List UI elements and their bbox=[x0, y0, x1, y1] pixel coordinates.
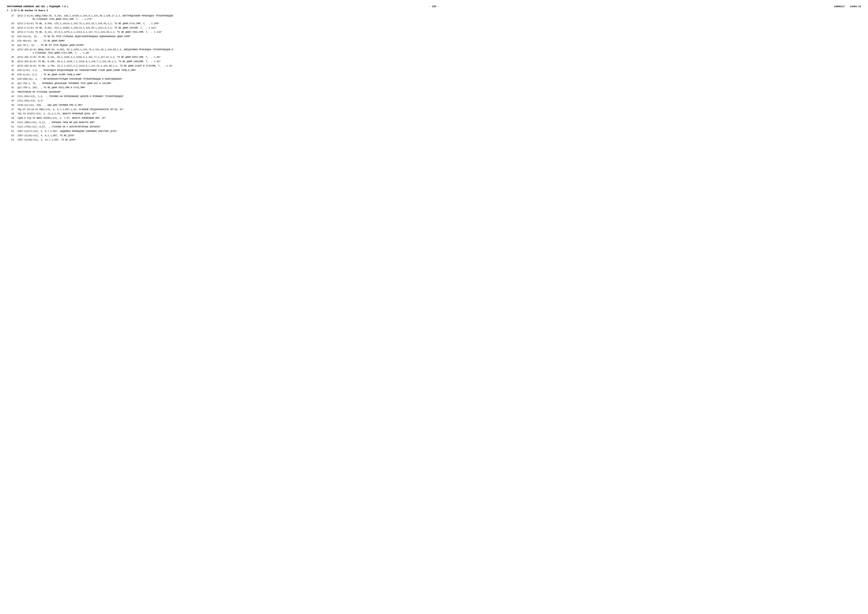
table-row: 49ТДОП.К ССЦ 43 ВЫП2 П2695(=13), 1, 7,97… bbox=[7, 117, 861, 120]
row-number: 50 bbox=[7, 121, 17, 124]
row-number: 53 bbox=[7, 134, 17, 137]
row-number: 41 bbox=[7, 82, 17, 85]
row-number: 36 bbox=[7, 60, 17, 64]
row-number: 44 bbox=[7, 95, 17, 98]
row-number: 40 bbox=[7, 78, 17, 81]
row-text: 2307-11117(=13), 2, 6,7,1,087, ЗАДВИЖКА … bbox=[17, 130, 861, 133]
row-number: 48 bbox=[7, 112, 17, 115]
table-row: 40Е20-696(=6), 1, , МЕТАЛЛОКОНСТРУКЦИИ К… bbox=[7, 78, 861, 81]
row-text: ЦТ12-2-7(=6) ТО ЖЕ, 0,115, 97,8,1,1#79,1… bbox=[17, 31, 861, 34]
row-text: С111-616(=13), 1,2, , ТОПЛИВО НА ОПРОБОВ… bbox=[17, 95, 861, 98]
table-row: 35ЦТ12-163-7(=6) ТО ЖЕ, 0,141, 62,1,1#36… bbox=[7, 56, 861, 59]
row-number: 43 bbox=[7, 90, 17, 94]
table-row: 36ЦТ12-163-8(=6) ТО ЖЕ, 0,308, 48,1,1,1#… bbox=[7, 60, 861, 64]
table-row: 37ЦТ12-163-9(=6) ТО ЖЕ, 1,756, 33,1,1,1#… bbox=[7, 64, 861, 68]
row-text: Е20-696(=6), 1, , МЕТАЛЛОКОНСТРУКЦИИ КРЕ… bbox=[17, 78, 861, 81]
row-number: 51 bbox=[7, 125, 17, 129]
row-text: С111-263(=13), 0,3* bbox=[17, 99, 861, 103]
row-number: 30 bbox=[7, 31, 17, 34]
row-text: ЦТ12-163-7(=6) ТО ЖЕ, 0,141, 62,1,1#36,4… bbox=[17, 56, 861, 59]
row-text: Ц12-70-1, 15, , ТО ЖЕ ИЗ ТРУБ МЕДНЫХ ДИА… bbox=[17, 44, 861, 47]
program-title: ПРОГРАММНЫЙ КОМПЛЕКС АВС-ЗЕС ( РЕДАКЦИЯ … bbox=[7, 5, 68, 8]
table-row: 31Е16-44(=6), 15, , ТО ЖЕ ИЗ ТРУБ СТАЛЬН… bbox=[7, 35, 861, 38]
row-number: 33 bbox=[7, 44, 17, 47]
table-row: 46С130-11(=13), 259, , БАК ДЛЯ ТОПЛИВА Е… bbox=[7, 104, 861, 107]
row-number: 29 bbox=[7, 26, 17, 30]
table-row: 39Е20-4(=6), 8,2, , ТО ЖЕ ДИАМ.315ММ ТОЛ… bbox=[7, 73, 861, 76]
row-number: 39 bbox=[7, 73, 17, 76]
table-row: 47ТПр-НТ 29-10-41 П66(=13), 5, 6,7,1,087… bbox=[7, 108, 861, 111]
page-number: - I39 - bbox=[429, 5, 439, 8]
row-text: Е20-4(=6), 8,2, , ТО ЖЕ ДИАМ.315ММ ТОЛЩ.… bbox=[17, 73, 861, 76]
header-right: 14890117 24383-14 bbox=[576, 5, 861, 8]
row-text: Ц12-758-1, 75, , ПРОМЫВКА ДИЗЕЛЬНЫМ ТОПЛ… bbox=[17, 82, 861, 85]
row-text: Е16-48(=6), 20, , ТО ЖЕ ДИАМ.80ММ* bbox=[17, 39, 861, 43]
doc-number: 24383-14 bbox=[850, 5, 861, 8]
table-row: 45С111-263(=13), 0,3* bbox=[7, 99, 861, 103]
row-number: 47 bbox=[7, 108, 17, 111]
page-header: ПРОГРАММНЫЙ КОМПЛЕКС АВС-ЗЕС ( РЕДАКЦИЯ … bbox=[7, 5, 861, 8]
table-row: 27ЦТ12-2-5(=6) ВВОД.УКАЗ.П3, 0,144, 168,… bbox=[7, 14, 861, 21]
table-row: 41Ц12-758-1, 75, , ПРОМЫВКА ДИЗЕЛЬНЫМ ТО… bbox=[7, 82, 861, 85]
row-text: Е16-44(=6), 15, , ТО ЖЕ ИЗ ТРУБ СТАЛЬНЫХ… bbox=[17, 35, 861, 38]
row-number: 54 bbox=[7, 138, 17, 141]
header-left: ПРОГРАММНЫЙ КОМПЛЕКС АВС-ЗЕС ( РЕДАКЦИЯ … bbox=[7, 5, 292, 8]
table-row: 50С121-1902(=13), 0,11, , КОРОБКА ТИПА Ф… bbox=[7, 121, 861, 124]
table-row: 42Ц12-758-2, 155, , ТО ЖЕ ДИАМ.45Х2,5ММ … bbox=[7, 86, 861, 89]
row-number: 38 bbox=[7, 69, 17, 72]
row-number: 45 bbox=[7, 99, 17, 103]
row-text: РМАТЕРИАЛЫ НЕ УЧТЕННЫЕ ЦЕННИКОМ* bbox=[17, 90, 861, 94]
row-number: 37 bbox=[7, 64, 17, 68]
row-number: 34 bbox=[7, 48, 17, 55]
table-row: 43РМАТЕРИАЛЫ НЕ УЧТЕННЫЕ ЦЕННИКОМ* bbox=[7, 90, 861, 94]
doc-code: 14890117 bbox=[834, 5, 845, 8]
table-row: 522307-11117(=13), 2, 6,7,1,087, ЗАДВИЖК… bbox=[7, 130, 861, 133]
row-number: 35 bbox=[7, 56, 17, 59]
row-number: 32 bbox=[7, 39, 17, 43]
row-text: 2307-11120(=13), 3, 14,7,1,087, ТО ЖЕ ДУ… bbox=[17, 138, 861, 141]
row-text: ТЦ1 43 П2187(=13), 2, 12,2,1,25, ФИЛЬТР … bbox=[17, 112, 861, 115]
row-text: ЦТ12-2-6(=6) ТО ЖЕ, 0,046, 125,1,1#114,1… bbox=[17, 22, 861, 25]
table-row: 29ЦТ12-2-1(=6) ТО ЖЕ, 0,022, 324,1,1#302… bbox=[7, 26, 861, 30]
row-text: ТДОП.К ССЦ 43 ВЫП2 П2695(=13), 1, 7,97, … bbox=[17, 117, 861, 120]
row-number: 46 bbox=[7, 104, 17, 107]
row-text: С121-1795(=13), 0,07, , СТЕЛЛАЖ НА 4 АКК… bbox=[17, 125, 861, 129]
row-number: 49 bbox=[7, 117, 17, 120]
row-number: 31 bbox=[7, 35, 17, 38]
row-number: 28 bbox=[7, 22, 17, 25]
table-row: 44С111-616(=13), 1,2, , ТОПЛИВО НА ОПРОБ… bbox=[7, 95, 861, 98]
content-table: 27ЦТ12-2-5(=6) ВВОД.УКАЗ.П3, 0,144, 168,… bbox=[7, 14, 861, 141]
row-text: 2307-11118(=13), 4, 8,2,1,087, ТО ЖЕ ДУ5… bbox=[17, 134, 861, 137]
table-row: 38Е20-1(=6), 1,3, , ПРОКЛАДКА ВОЗДУХОВОД… bbox=[7, 69, 861, 72]
row-text: Е20-1(=6), 1,3, , ПРОКЛАДКА ВОЗДУХОВОДОВ… bbox=[17, 69, 861, 72]
row-text: Ц12-758-2, 155, , ТО ЖЕ ДИАМ.45Х2,5ММ И … bbox=[17, 86, 861, 89]
row-text: С121-1902(=13), 0,11, , КОРОБКА ТИПА ФМ … bbox=[17, 121, 861, 124]
row-text: ЦТ12-163-6(=6) ВВОД.УКАЗ.П4, 0,462, 63,1… bbox=[17, 48, 861, 55]
row-text: ЦТ12-2-5(=6) ВВОД.УКАЗ.П3, 0,144, 168,1,… bbox=[17, 14, 861, 21]
row-text: ТПр-НТ 29-10-41 П66(=13), 5, 6,7,1,087,1… bbox=[17, 108, 861, 111]
table-row: 32Е16-48(=6), 20, , ТО ЖЕ ДИАМ.80ММ* bbox=[7, 39, 861, 43]
table-row: 34ЦТ12-163-6(=6) ВВОД.УКАЗ.П4, 0,462, 63… bbox=[7, 48, 861, 55]
table-row: 30ЦТ12-2-7(=6) ТО ЖЕ, 0,115, 97,8,1,1#79… bbox=[7, 31, 861, 34]
row-text: ЦТ12-163-9(=6) ТО ЖЕ, 1,756, 33,1,1,1#17… bbox=[17, 64, 861, 68]
table-row: 51С121-1795(=13), 0,07, , СТЕЛЛАЖ НА 4 А… bbox=[7, 125, 861, 129]
row-number: 42 bbox=[7, 86, 17, 89]
row-number: 27 bbox=[7, 14, 17, 21]
table-row: 28ЦТ12-2-6(=6) ТО ЖЕ, 0,046, 125,1,1#114… bbox=[7, 22, 861, 25]
row-text: ЦТ12-2-1(=6) ТО ЖЕ, 0,022, 324,1,1#302,1… bbox=[17, 26, 861, 30]
row-text: ЦТ12-163-8(=6) ТО ЖЕ, 0,308, 48,1,1,1#28… bbox=[17, 60, 861, 64]
table-row: 48ТЦ1 43 П2187(=13), 2, 12,2,1,25, ФИЛЬТ… bbox=[7, 112, 861, 115]
table-row: 532307-11118(=13), 4, 8,2,1,087, ТО ЖЕ Д… bbox=[7, 134, 861, 137]
table-row: 33Ц12-70-1, 15, , ТО ЖЕ ИЗ ТРУБ МЕДНЫХ Д… bbox=[7, 44, 861, 47]
header-center: - I39 - bbox=[292, 5, 576, 8]
row-number: 52 bbox=[7, 130, 17, 133]
subtitle: Г. 2-IУ-3.90 Альбом 13 Книга 3 bbox=[7, 9, 861, 12]
table-row: 542307-11120(=13), 3, 14,7,1,087, ТО ЖЕ … bbox=[7, 138, 861, 141]
row-text: С130-11(=13), 259, , БАК ДЛЯ ТОПЛИВА ЕМК… bbox=[17, 104, 861, 107]
